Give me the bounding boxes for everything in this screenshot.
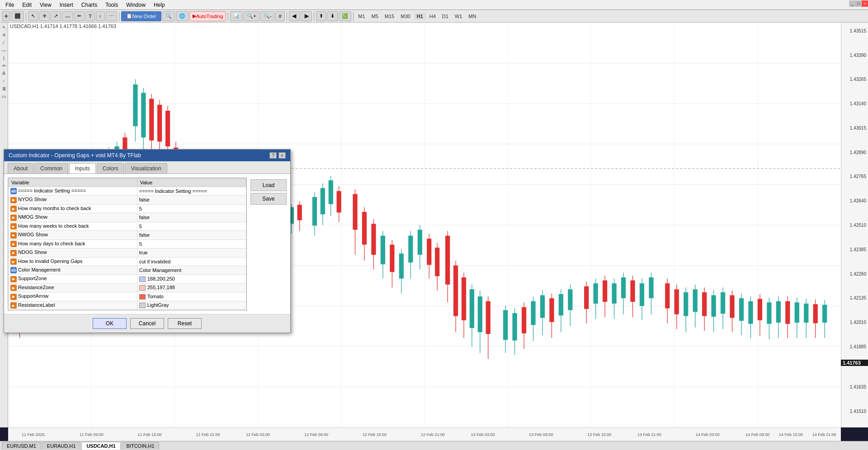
menu-tools[interactable]: Tools (102, 1, 122, 9)
price-13: 1.42010 (850, 320, 866, 325)
tab-bitcoin-h1[interactable]: BITCOIN,H1 (122, 442, 160, 450)
autotrading-button[interactable]: ▶ AutoTrading (189, 11, 226, 21)
table-row[interactable]: ▶ NYOG Showfalse (9, 196, 246, 205)
chart-type-btn[interactable]: ⬛ (11, 11, 24, 21)
hline-btn[interactable]: — (62, 11, 73, 21)
arrow-btn[interactable]: ↑ (96, 11, 105, 21)
ok-button[interactable]: OK (93, 318, 127, 329)
minimize-button[interactable]: _ (849, 0, 855, 7)
menu-edit[interactable]: Edit (19, 1, 35, 9)
tab-colors[interactable]: Colors (97, 163, 124, 173)
tab-usdcad-h1[interactable]: USDCAD,H1 (81, 442, 120, 450)
table-row[interactable]: ▶ NDOG Showtrue (9, 248, 246, 258)
svg-rect-174 (721, 292, 725, 314)
close-button[interactable]: × (862, 0, 868, 7)
menu-view[interactable]: View (36, 1, 55, 9)
svg-rect-136 (531, 301, 535, 325)
cancel-button[interactable]: Cancel (130, 318, 164, 329)
table-row[interactable]: ▶ ResistanceZone255,197,188 (9, 283, 246, 292)
grid-btn[interactable]: # (275, 11, 284, 21)
draw-btn[interactable]: ✏ (74, 11, 85, 21)
val-cell: 5 (137, 204, 246, 213)
time-16: 14 Feb 21:00 (812, 432, 836, 437)
zoom-in-btn[interactable]: 🔍+ (244, 11, 259, 21)
search-btn[interactable]: 🔍 (162, 11, 175, 21)
table-row[interactable]: ▶ NWOG Showfalse (9, 231, 246, 240)
tab-about[interactable]: About (8, 163, 33, 173)
ab-icon: ab (10, 188, 17, 194)
dialog-help-btn[interactable]: ? (269, 152, 277, 159)
dialog-close-btn[interactable]: × (278, 152, 286, 159)
tf-m30[interactable]: M30 (398, 13, 413, 20)
arrow-icon: ▶ (10, 197, 17, 203)
channel-btn[interactable]: ⋯ (106, 11, 117, 21)
table-row[interactable]: ▶ SupportZone188,200,250 (9, 275, 246, 284)
table-row[interactable]: ab ===== Indicator Setting ========== In… (9, 187, 246, 196)
globe-btn[interactable]: 🌐 (176, 11, 189, 21)
var-cell: ab ===== Indicator Setting ===== (9, 187, 137, 196)
table-row[interactable]: ab Color ManagementColor Management (9, 266, 246, 275)
crosshair-btn[interactable]: ✛ (39, 11, 50, 21)
sep5 (314, 12, 314, 21)
toolbar: + ⬛ ↖ ✛ ↗ — ✏ T ↑ ⋯ 📋 New Order 🔍 🌐 ▶ Au… (0, 10, 868, 23)
draw-cursor[interactable]: ↖ (0, 23, 8, 31)
tf-d1[interactable]: D1 (439, 13, 451, 20)
text-btn[interactable]: T (85, 11, 95, 21)
tf-h4[interactable]: H4 (427, 13, 439, 20)
tab-eurusd-m1[interactable]: EURUSD,M1 (2, 442, 41, 450)
tf-w1[interactable]: W1 (452, 13, 465, 20)
scroll-right-btn[interactable]: |▶ (301, 11, 312, 21)
draw-rect[interactable]: ▭ (0, 93, 8, 100)
indicators-btn[interactable]: 📊 (230, 11, 243, 21)
table-row[interactable]: ▶ How many days to check back5 (9, 239, 246, 248)
tf-m5[interactable]: M5 (369, 13, 381, 20)
cursor-btn[interactable]: ↖ (28, 11, 38, 21)
draw-arrow-up[interactable]: ↑ (0, 77, 8, 84)
zoom-out-btn[interactable]: 🔍- (260, 11, 275, 21)
table-row[interactable]: ▶ NMOG Showfalse (9, 213, 246, 222)
draw-fib[interactable]: ≣ (0, 85, 8, 92)
draw-line[interactable]: ∕ (0, 39, 8, 46)
menu-charts[interactable]: Charts (78, 1, 101, 9)
var-cell: ▶ How many months to check back (9, 204, 137, 213)
draw-cross[interactable]: ✛ (0, 31, 8, 38)
tab-visualization[interactable]: Visualization (125, 163, 167, 173)
tf-m15[interactable]: M15 (382, 13, 397, 20)
symbol-text: USDCAD,H1 1.41714 1.41778 1.41666 1.4176… (10, 23, 116, 29)
price-17: 1.41510 (850, 409, 866, 414)
draw-vline[interactable]: | (0, 54, 8, 61)
scroll-left-btn[interactable]: ◀| (289, 11, 300, 21)
line-btn[interactable]: ↗ (51, 11, 61, 21)
time-4: 11 Feb 21:00 (196, 432, 220, 437)
trade-btn[interactable]: 💹 (339, 11, 351, 21)
menu-insert[interactable]: Insert (56, 1, 77, 9)
draw-pencil[interactable]: ✏ (0, 62, 8, 69)
new-chart-btn[interactable]: + (2, 11, 10, 21)
draw-hline[interactable]: — (0, 47, 8, 54)
maximize-button[interactable]: □ (855, 0, 862, 7)
table-row[interactable]: ▶ How many months to check back5 (9, 204, 246, 213)
new-order-button[interactable]: 📋 New Order (121, 11, 161, 21)
load-button[interactable]: Load (250, 179, 287, 191)
tab-inputs[interactable]: Inputs (69, 163, 96, 173)
svg-rect-158 (640, 283, 644, 306)
tab-common[interactable]: Common (34, 163, 68, 173)
buy-btn[interactable]: ⬆ (316, 11, 326, 21)
tab-euraud-h1[interactable]: EURAUD,H1 (42, 442, 81, 450)
table-row[interactable]: ▶ ResistanceLabelLightGray (9, 301, 246, 310)
menu-file[interactable]: File (2, 1, 18, 9)
menu-help[interactable]: Help (150, 1, 169, 9)
table-row[interactable]: ▶ How many weeks to check back5 (9, 222, 246, 231)
draw-text[interactable]: A (0, 70, 8, 77)
tf-mn[interactable]: MN (466, 13, 479, 20)
dialog-titlebar: Custom Indicator - Opening Gaps + void M… (4, 150, 290, 161)
table-row[interactable]: ▶ SupportArrowTomato (9, 292, 246, 301)
table-row[interactable]: ▶ How to invalid Opening Gapscut if inva… (9, 257, 246, 266)
save-button[interactable]: Save (250, 193, 287, 205)
tf-h1[interactable]: H1 (414, 13, 426, 20)
sell-btn[interactable]: ⬇ (327, 11, 338, 21)
tf-m1[interactable]: M1 (355, 13, 368, 20)
reset-button[interactable]: Reset (168, 318, 202, 329)
menu-window[interactable]: Window (123, 1, 149, 9)
variable-table-container[interactable]: Variable Value ab ===== Indicator Settin… (8, 178, 247, 310)
